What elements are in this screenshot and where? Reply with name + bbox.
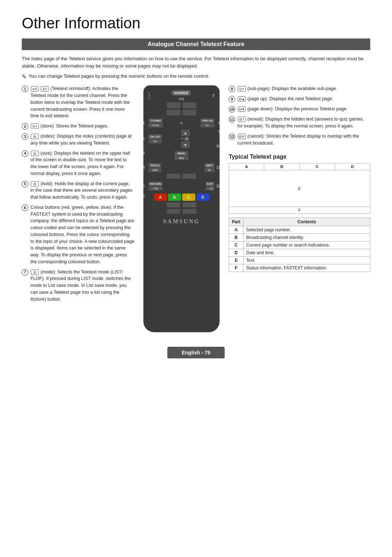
blank-btn[interactable] — [167, 102, 180, 108]
blank-btn[interactable] — [167, 202, 180, 207]
color-btn-blue[interactable]: D — [196, 194, 209, 201]
teletext-col-b: B — [264, 163, 299, 170]
cancel-icon: ⊟✕ — [238, 134, 246, 139]
exit-button[interactable]: EXIT — [205, 182, 215, 186]
menu-icon: ⊞⊟ — [175, 156, 188, 160]
table-cell-part: A — [229, 226, 244, 234]
table-cell-contents: Date and time. — [244, 249, 370, 257]
return-button[interactable]: RETURN — [148, 182, 163, 186]
note-line: ✎ You can change Teletext pages by press… — [22, 73, 370, 80]
page-up-icon: ⊟▲ — [238, 96, 246, 102]
item-number: 3 — [22, 133, 28, 140]
blank-row-3 — [167, 174, 196, 179]
page-title: Other Information — [22, 15, 370, 32]
source-icon: ↺⊟ — [172, 97, 191, 101]
num-row-2 — [167, 209, 196, 214]
blank-btn[interactable] — [167, 174, 180, 179]
footer-badge: English - 79 — [167, 347, 225, 358]
ch-list-button[interactable]: CH LIST — [148, 134, 162, 139]
main-content: 1 ≡⊡ ⊡/ (Teletext on/mix/off): Activates… — [22, 85, 370, 332]
reveal-icon: ⊟? — [238, 117, 246, 122]
mode-icon: ⊟ — [31, 269, 39, 275]
blank-btn[interactable] — [167, 110, 180, 115]
teletext-box: A B C D E F — [229, 163, 370, 214]
note-symbol: ✎ — [22, 73, 26, 80]
channel-nav: ▲ P ⊟ ▼ — [181, 130, 190, 148]
remote-control-area: SOURCE ↺⊟ 7 1 TT — [142, 85, 221, 332]
store-icon: ⊡∘ — [31, 123, 39, 129]
teletext-section: Typical Teletext page A B C D E F — [229, 154, 370, 272]
teletext-col-a: A — [229, 163, 264, 170]
ch-up-btn[interactable]: ▲ — [181, 130, 190, 136]
table-row: D Date and time. — [229, 249, 370, 257]
ch-list-icon: ⊡∘ — [148, 139, 162, 143]
item-text: ⊡∘ (sub-page): Displays the available su… — [237, 85, 370, 92]
item-text: ⊟▲ (page up): Displays the next Teletext… — [237, 95, 370, 102]
blank-btn[interactable] — [183, 110, 196, 115]
annot-6: 6 — [143, 194, 145, 198]
item-text: ≡⊡ ⊡/ (Teletext on/mix/off): Activates t… — [30, 85, 134, 119]
side-dots-left — [148, 91, 150, 101]
list-item: 9 ⊟▲ (page up): Displays the next Telete… — [229, 95, 370, 102]
blank-btn[interactable] — [183, 209, 196, 214]
tools-button[interactable]: TOOLS — [148, 163, 162, 168]
table-cell-part: F — [229, 264, 244, 272]
item-text: Colour buttons (red, green, yellow, blue… — [30, 204, 134, 265]
item-text: ⊟ (index): Displays the index (contents)… — [30, 133, 134, 147]
teletext-col-c: C — [300, 163, 335, 170]
info-icon: i⊟ — [204, 168, 215, 172]
annot-3: 3 — [143, 151, 145, 155]
teletext-body-label: E — [298, 186, 301, 191]
annot-2: 2 — [143, 137, 145, 141]
table-cell-part: C — [229, 241, 244, 249]
item-text: ⊟ (hold): Holds the display at the curre… — [30, 180, 134, 201]
item-number: 6 — [22, 204, 28, 211]
color-btn-red[interactable]: A — [154, 194, 167, 201]
list-item: 7 ⊟ (mode): Selects the Teletext mode (L… — [22, 269, 134, 303]
list-item: 11 ⊟? (reveal): Displays the hidden text… — [229, 116, 370, 130]
item-number: 2 — [22, 123, 28, 130]
table-header-part: Part — [229, 218, 244, 226]
table-cell-contents: Selected page number. — [244, 226, 370, 234]
list-item: 2 ⊡∘ (store): Stores the Teletext pages. — [22, 123, 134, 130]
info-button[interactable]: INFO — [204, 163, 215, 168]
remote-control: SOURCE ↺⊟ 7 1 TT — [143, 85, 220, 332]
blank-row-1 — [167, 102, 196, 108]
annot-10: 10 — [216, 144, 220, 148]
ch-down-btn[interactable]: ▼ — [181, 142, 190, 148]
blank-btn[interactable] — [183, 202, 196, 207]
color-btn-green[interactable]: B — [168, 194, 181, 201]
ttx-mix-button[interactable]: TTX/MIX — [148, 118, 163, 123]
menu-button[interactable]: MENU — [175, 151, 188, 156]
item-text: ⊡∘ (store): Stores the Teletext pages. — [30, 123, 134, 130]
list-item: 10 ⊟▼ (page down): Displays the previous… — [229, 106, 370, 113]
list-item: 8 ⊡∘ (sub-page): Displays the available … — [229, 85, 370, 92]
blank-btn[interactable] — [167, 209, 180, 214]
table-cell-contents: Status information. FASTEXT information. — [244, 264, 370, 272]
list-item: 1 ≡⊡ ⊡/ (Teletext on/mix/off): Activates… — [22, 85, 134, 119]
blank-btn[interactable] — [183, 102, 196, 108]
dot-indicator — [180, 122, 183, 124]
teletext-body: E — [229, 170, 370, 207]
annot-12: 12 — [216, 184, 220, 188]
item-number: 11 — [229, 116, 235, 123]
list-item: 6 Colour buttons (red, green, yellow, bl… — [22, 204, 134, 265]
size-icon: ⊟ — [31, 151, 39, 156]
annot-9: 9 — [218, 130, 220, 134]
table-row: A Selected page number. — [229, 226, 370, 234]
annot-11: 11 — [216, 166, 220, 170]
annot-4: 4 — [143, 166, 145, 170]
list-item: 3 ⊟ (index): Displays the index (content… — [22, 133, 134, 147]
table-cell-part: D — [229, 249, 244, 257]
teletext-header-row: A B C D — [229, 163, 370, 170]
pre-ch-button[interactable]: PRE-CH — [200, 118, 215, 123]
color-btn-yellow[interactable]: C — [182, 194, 195, 201]
item-number: 9 — [229, 96, 235, 102]
item-number: 12 — [229, 133, 235, 140]
blank-btn[interactable] — [183, 174, 196, 179]
index-icon: ⊟ — [31, 134, 39, 139]
source-button[interactable]: SOURCE — [172, 90, 191, 95]
return-icon: ↺⊟ — [148, 187, 163, 191]
table-header-contents: Contents — [244, 218, 370, 226]
section-header: Analogue Channel Teletext Feature — [22, 38, 370, 50]
